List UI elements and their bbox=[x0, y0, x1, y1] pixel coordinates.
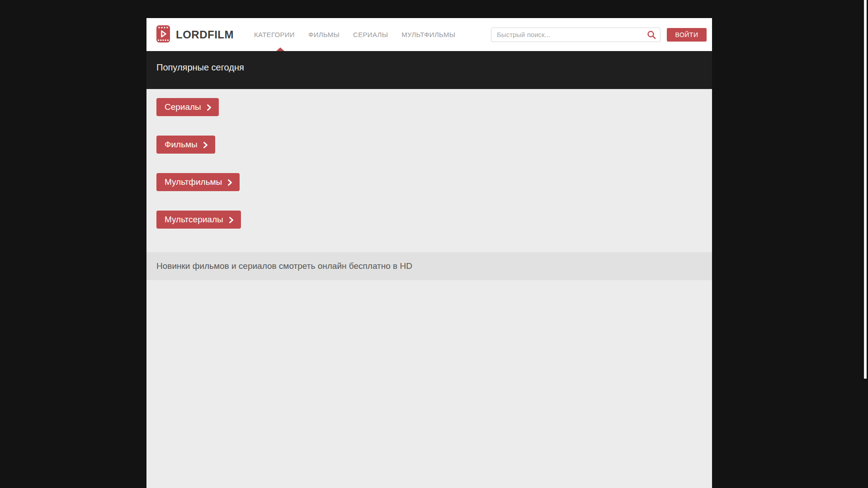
new-releases-bar: Новинки фильмов и сериалов смотреть онла… bbox=[146, 252, 712, 280]
logo-text: LORDFILM bbox=[176, 28, 234, 41]
category-button-label: Сериалы bbox=[165, 102, 201, 112]
chevron-right-icon bbox=[229, 216, 234, 223]
logo[interactable]: LORDFILM bbox=[156, 25, 234, 44]
category-button-series[interactable]: Сериалы bbox=[156, 98, 219, 116]
category-button-label: Фильмы bbox=[165, 140, 198, 150]
nav-item-cartoons[interactable]: МУЛЬТФИЛЬМЫ bbox=[401, 31, 455, 38]
browser-scrollbar-thumb[interactable] bbox=[864, 0, 867, 379]
film-play-icon bbox=[156, 25, 170, 44]
category-button-films[interactable]: Фильмы bbox=[156, 136, 215, 154]
categories-section: Сериалы Фильмы Мультфильмы bbox=[146, 89, 712, 252]
content-column: LORDFILM КАТЕГОРИИ ФИЛЬМЫ СЕРИАЛЫ МУЛЬТФ… bbox=[146, 18, 712, 488]
search-icon[interactable] bbox=[647, 30, 656, 39]
chevron-right-icon bbox=[203, 141, 208, 148]
active-nav-indicator bbox=[276, 47, 284, 51]
nav-item-films[interactable]: ФИЛЬМЫ bbox=[308, 31, 340, 38]
site-header: LORDFILM КАТЕГОРИИ ФИЛЬМЫ СЕРИАЛЫ МУЛЬТФ… bbox=[146, 18, 712, 51]
popular-section: Популярные сегодня bbox=[146, 51, 712, 89]
chevron-right-icon bbox=[227, 178, 232, 186]
popular-title: Популярные сегодня bbox=[156, 62, 702, 73]
category-button-label: Мультфильмы bbox=[165, 177, 222, 187]
nav-item-series[interactable]: СЕРИАЛЫ bbox=[353, 31, 388, 38]
category-button-cartoon-series[interactable]: Мультсериалы bbox=[156, 211, 241, 229]
login-button[interactable]: ВОЙТИ bbox=[667, 28, 707, 42]
chevron-right-icon bbox=[207, 103, 212, 111]
main-nav: КАТЕГОРИИ ФИЛЬМЫ СЕРИАЛЫ МУЛЬТФИЛЬМЫ bbox=[254, 31, 455, 38]
new-releases-title: Новинки фильмов и сериалов смотреть онла… bbox=[156, 261, 412, 271]
content-placeholder bbox=[146, 280, 712, 488]
search-input[interactable] bbox=[491, 28, 660, 42]
category-button-label: Мультсериалы bbox=[165, 215, 223, 225]
nav-item-categories[interactable]: КАТЕГОРИИ bbox=[254, 31, 295, 38]
category-button-cartoon-films[interactable]: Мультфильмы bbox=[156, 173, 240, 191]
search-box bbox=[491, 28, 660, 42]
